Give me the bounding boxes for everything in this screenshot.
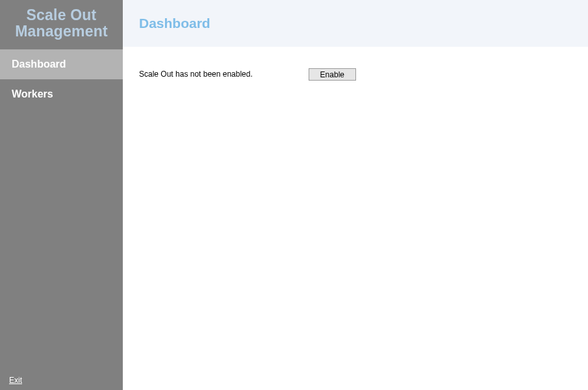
sidebar-item-label: Dashboard <box>12 58 66 70</box>
sidebar-item-label: Workers <box>12 88 53 99</box>
exit-link[interactable]: Exit <box>9 376 22 385</box>
main-area: Dashboard Scale Out has not been enabled… <box>123 0 588 390</box>
brand-title: Scale Out Management <box>0 0 123 49</box>
content-area: Scale Out has not been enabled. Enable <box>123 47 588 102</box>
sidebar-item-dashboard[interactable]: Dashboard <box>0 49 123 79</box>
page-title: Dashboard <box>139 16 211 31</box>
sidebar: Scale Out Management Dashboard Workers E… <box>0 0 123 390</box>
brand-line-1: Scale Out <box>27 6 97 23</box>
brand-line-2: Management <box>4 23 119 40</box>
sidebar-item-workers[interactable]: Workers <box>0 79 123 109</box>
page-header: Dashboard <box>123 0 588 47</box>
status-text: Scale Out has not been enabled. <box>139 70 253 79</box>
enable-button[interactable]: Enable <box>309 68 356 81</box>
